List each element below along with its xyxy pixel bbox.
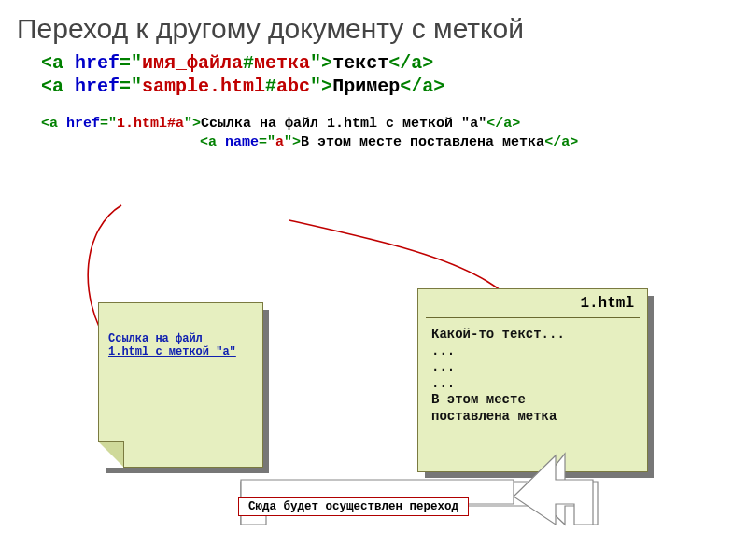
code-token: имя_файла bbox=[142, 52, 243, 74]
code-token: "> bbox=[310, 52, 332, 74]
document-body: Какой-то текст... ... ... ... В этом мес… bbox=[431, 327, 565, 425]
arrow-caption: Сюда будет осуществлен переход bbox=[238, 497, 469, 516]
code-token: <a bbox=[200, 134, 225, 150]
code-token: <a bbox=[41, 52, 75, 74]
code-token: # bbox=[243, 52, 254, 74]
code-token: "> bbox=[184, 116, 201, 132]
code-token: "> bbox=[284, 134, 301, 150]
code-token: a bbox=[275, 134, 284, 150]
document-target: 1.html Какой-то текст... ... ... ... В э… bbox=[417, 288, 648, 472]
slide-title: Переход к другому документу с меткой bbox=[17, 13, 747, 46]
code-token: href bbox=[66, 116, 100, 132]
code-token: <a bbox=[41, 116, 66, 132]
code-token: name bbox=[225, 134, 259, 150]
code-token: метка bbox=[254, 52, 310, 74]
code-token: <a bbox=[41, 76, 75, 97]
code-token: =" bbox=[259, 134, 275, 150]
code-token: href bbox=[75, 52, 120, 74]
code-token: 1.html#a bbox=[117, 116, 184, 132]
code-token: текст bbox=[332, 52, 388, 74]
hyperlink[interactable]: Ссылка на файл 1.html с меткой "a" bbox=[108, 333, 248, 359]
code-token: Ссылка на файл 1.html с меткой "a" bbox=[201, 116, 486, 132]
code-token: "> bbox=[310, 76, 332, 97]
code-token: sample.html bbox=[142, 76, 265, 97]
code-token: В этом месте поставлена метка bbox=[301, 134, 544, 150]
code-token: =" bbox=[120, 52, 142, 74]
code-token: </a> bbox=[400, 76, 444, 97]
code-token: # bbox=[265, 76, 276, 97]
document-title: 1.html bbox=[580, 295, 634, 312]
diagram: Ссылка на файл 1.html с меткой "a" 1.htm… bbox=[0, 274, 747, 554]
code-token: =" bbox=[120, 76, 142, 97]
code-token: </a> bbox=[388, 52, 433, 74]
code-token: abc bbox=[276, 76, 310, 97]
code-token: </a> bbox=[486, 116, 520, 132]
code-token: </a> bbox=[544, 134, 578, 150]
code-example-1: <a href="имя_файла#метка">текст</a> <a h… bbox=[41, 51, 747, 98]
code-token: href bbox=[75, 76, 120, 97]
code-token: Пример bbox=[332, 76, 400, 97]
code-example-2: <a href="1.html#a">Ссылка на файл 1.html… bbox=[41, 115, 747, 153]
code-token: =" bbox=[100, 116, 117, 132]
document-source: Ссылка на файл 1.html с меткой "a" bbox=[98, 302, 263, 468]
